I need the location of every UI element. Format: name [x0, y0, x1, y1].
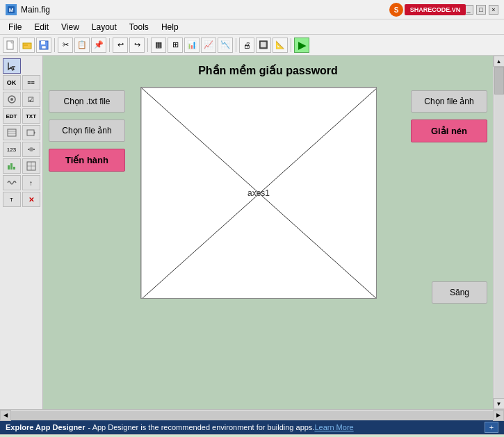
- toolbar-chart1[interactable]: 📊: [184, 38, 200, 53]
- sep3: [147, 38, 148, 52]
- tools-panel: OK ≡≡ ☑ EDT TXT 1: [0, 56, 43, 409]
- tool-row-4: EDT TXT: [3, 108, 40, 124]
- toolbar-new[interactable]: [3, 38, 18, 53]
- tool-wave[interactable]: [3, 175, 21, 190]
- toolbar-paste[interactable]: 📌: [91, 38, 106, 53]
- tool-row-7: [3, 158, 40, 174]
- scrollbar-right[interactable]: ▲ ▼: [493, 56, 504, 409]
- svg-rect-24: [13, 167, 15, 170]
- plus-button[interactable]: +: [485, 422, 498, 433]
- svg-text:M: M: [9, 7, 14, 13]
- learn-more-link[interactable]: Learn More: [314, 423, 353, 431]
- svg-rect-22: [8, 165, 10, 170]
- svg-marker-19: [34, 131, 35, 134]
- tool-row-2: OK ≡≡: [3, 75, 40, 90]
- tool-chart[interactable]: [3, 158, 21, 174]
- tool-popup[interactable]: [22, 125, 40, 140]
- svg-point-21: [29, 147, 33, 151]
- app-icon: M: [6, 4, 17, 15]
- svg-rect-11: [41, 41, 45, 44]
- menu-file[interactable]: File: [3, 21, 27, 33]
- h-scroll-track: [11, 411, 493, 420]
- close-button[interactable]: ×: [489, 5, 498, 15]
- left-buttons: Chọn .txt file Chọn file ảnh Tiến hành: [49, 90, 125, 172]
- svg-rect-23: [10, 163, 13, 170]
- tool-checkbox[interactable]: ☑: [22, 92, 40, 107]
- tool-arrow[interactable]: ↑: [22, 175, 40, 190]
- toolbar-print[interactable]: 🖨: [239, 38, 254, 53]
- tool-text[interactable]: TXT: [22, 108, 40, 124]
- choose-txt-button[interactable]: Chọn .txt file: [49, 90, 125, 113]
- choose-img-right-button[interactable]: Chọn file ảnh: [411, 90, 487, 113]
- svg-rect-15: [8, 129, 16, 136]
- tool-slider[interactable]: [22, 142, 40, 157]
- app-window: M Main.fig _ □ × S SHARECODE.VN File Edi…: [0, 0, 504, 437]
- sep1: [54, 38, 55, 52]
- toolbar-run[interactable]: ▶: [294, 38, 309, 53]
- tool-table[interactable]: [22, 158, 40, 174]
- tool-radio[interactable]: [3, 92, 21, 107]
- svg-text:SHARECODE.VN: SHARECODE.VN: [410, 6, 461, 13]
- toolbar-undo[interactable]: ↩: [113, 38, 128, 53]
- maximize-button[interactable]: □: [476, 5, 486, 15]
- svg-text:S: S: [394, 6, 399, 14]
- scroll-track: [494, 67, 504, 398]
- tool-select[interactable]: [3, 58, 21, 74]
- menu-view[interactable]: View: [56, 21, 85, 33]
- choose-img-left-button[interactable]: Chọn file ảnh: [49, 119, 125, 142]
- svg-point-14: [10, 98, 13, 101]
- menu-edit[interactable]: Edit: [29, 21, 54, 33]
- sep4: [236, 38, 236, 52]
- giai-nen-button[interactable]: Giải nén: [411, 119, 487, 142]
- toolbar-box[interactable]: 🔲: [256, 38, 271, 53]
- toolbar-grid[interactable]: ⊞: [168, 38, 183, 53]
- right-buttons: Chọn file ảnh Giải nén Sāng: [411, 90, 487, 304]
- scroll-down-button[interactable]: ▼: [494, 398, 505, 409]
- menu-layout[interactable]: Layout: [86, 21, 122, 33]
- tool-edit[interactable]: EDT: [3, 108, 21, 124]
- tool-row-1: [3, 58, 40, 74]
- svg-rect-7: [11, 41, 13, 43]
- canvas-title: Phần mềm giấu password: [43, 56, 493, 83]
- tool-pushbutton[interactable]: OK: [3, 75, 21, 90]
- main-area: OK ≡≡ ☑ EDT TXT 1: [0, 56, 504, 409]
- notification-bold: Explore App Designer: [6, 423, 86, 431]
- toolbar-copy[interactable]: 📋: [74, 38, 90, 53]
- tool-row-9: T ✕: [3, 192, 40, 207]
- sang-button[interactable]: Sāng: [432, 281, 487, 304]
- menu-help[interactable]: Help: [156, 21, 184, 33]
- tool-activeX[interactable]: T: [3, 192, 21, 207]
- h-scroll-right[interactable]: ▶: [493, 410, 504, 421]
- scroll-thumb[interactable]: [494, 67, 504, 94]
- toolbar-open[interactable]: [19, 38, 35, 53]
- notification-text: - App Designer is the recommended enviro…: [88, 423, 315, 431]
- tool-listbox[interactable]: [3, 125, 21, 140]
- toolbar-cut[interactable]: ✂: [58, 38, 73, 53]
- sharecode-logo: S SHARECODE.VN: [389, 1, 466, 20]
- h-scrollbar[interactable]: ◀ ▶: [0, 409, 504, 420]
- tool-delete[interactable]: ✕: [22, 192, 40, 207]
- scroll-up-button[interactable]: ▲: [494, 56, 505, 67]
- tool-axes[interactable]: 123: [3, 142, 21, 157]
- sep5: [291, 38, 291, 52]
- tien-hanh-button[interactable]: Tiến hành: [49, 149, 125, 172]
- toolbar-chart2[interactable]: 📈: [201, 38, 216, 53]
- toolbar-measure[interactable]: 📐: [273, 38, 288, 53]
- toolbar-align[interactable]: ▦: [151, 38, 166, 53]
- tool-row-6: 123: [3, 142, 40, 157]
- axes-container: axes1: [140, 87, 377, 299]
- toolbar-redo[interactable]: ↪: [129, 38, 145, 53]
- menu-tools[interactable]: Tools: [124, 21, 154, 33]
- h-scroll-left[interactable]: ◀: [0, 410, 11, 421]
- axes-label: axes1: [247, 188, 270, 198]
- toolbar-save[interactable]: [36, 38, 51, 53]
- svg-rect-12: [42, 46, 46, 49]
- tool-row-5: [3, 125, 40, 140]
- svg-rect-18: [27, 130, 34, 135]
- notification-bar: Explore App Designer - App Designer is t…: [0, 420, 504, 434]
- window-title: Main.fig: [21, 5, 50, 15]
- tool-toggle[interactable]: ≡≡: [22, 75, 40, 90]
- toolbar-chart3[interactable]: 📉: [218, 38, 233, 53]
- status-bar: Tag: figure1 Copyright © ShareCode.vn Cu…: [0, 434, 504, 437]
- sep2: [109, 38, 110, 52]
